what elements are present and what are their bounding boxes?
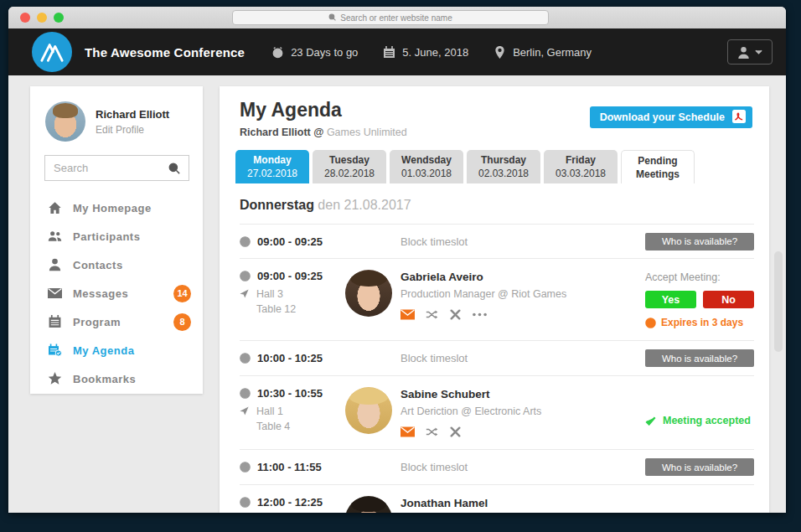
- timeslot-time: 10:00 - 10:25: [257, 352, 323, 364]
- sidebar-item-messages[interactable]: Messages 14: [30, 279, 203, 307]
- meeting-location: Hall 1 Table 4: [240, 405, 345, 432]
- participant-name: Jonathan Hamel: [400, 497, 645, 509]
- meeting-actions: [400, 426, 645, 437]
- search-input[interactable]: [54, 162, 168, 174]
- timeslot-time: 12:00 - 12:25: [257, 496, 323, 509]
- close-action-icon[interactable]: [449, 426, 462, 437]
- clock-icon: [240, 271, 251, 281]
- address-bar[interactable]: Search or enter website name: [232, 10, 549, 25]
- sidebar-nav: My Homepage Participants Contacts Messag…: [30, 194, 203, 393]
- tab-friday[interactable]: Friday 03.03.2018: [544, 150, 618, 183]
- page-subtitle: Richard Elliott @ Games Unlimited: [240, 127, 752, 138]
- timeslot-time: 10:30 - 10:55: [257, 387, 323, 400]
- envelope-action-icon[interactable]: [400, 426, 415, 437]
- countdown: 23 Days to go: [271, 46, 358, 59]
- meeting-location: Hall 3 Table 12: [240, 288, 345, 315]
- tab-thursday[interactable]: Thursday 02.03.2018: [467, 150, 540, 183]
- shuffle-action-icon[interactable]: [426, 426, 438, 437]
- star-icon: [47, 372, 63, 385]
- avatar: [45, 101, 85, 142]
- meeting-actions: [400, 309, 645, 320]
- tab-pending[interactable]: Pending Meetings: [621, 150, 695, 183]
- accept-no-button[interactable]: No: [703, 291, 754, 308]
- main-panel: My Agenda Richard Elliott @ Games Unlimi…: [220, 86, 769, 513]
- hall-label: Hall 3: [256, 288, 296, 300]
- sidebar-item-participants[interactable]: Participants: [30, 222, 203, 251]
- clock-icon: [240, 388, 251, 399]
- clock-icon: [240, 236, 251, 247]
- more-action-icon[interactable]: [473, 312, 487, 317]
- hall-label: Hall 1: [256, 405, 290, 417]
- who-available-button[interactable]: Who is available?: [645, 458, 754, 476]
- sidebar-search: [44, 155, 189, 181]
- avatar: [345, 270, 392, 317]
- table-label: Table 4: [256, 421, 290, 432]
- clock-icon: [240, 462, 251, 473]
- location-arrow-icon: [240, 406, 249, 432]
- app-header: The Awesome Conference 23 Days to go 5. …: [8, 28, 786, 75]
- agenda-row-block: 11:00 - 11:55 Block timeslot Who is avai…: [240, 450, 754, 485]
- browser-window: Search or enter website name The Awesome…: [8, 7, 786, 513]
- browser-chrome: Search or enter website name: [8, 7, 786, 28]
- profile-name: Richard Elliott: [96, 108, 169, 121]
- chevron-down-icon: [755, 49, 762, 54]
- agenda-row-meeting: 12:00 - 12:25 Jonathan Hamel: [240, 485, 754, 513]
- participant-role: Production Manager @ Riot Games: [400, 288, 645, 300]
- sidebar-item-bookmarks[interactable]: Bookmarks: [30, 364, 203, 393]
- day-heading: Donnerstag den 21.08.2017: [220, 183, 769, 224]
- envelope-action-icon[interactable]: [400, 309, 415, 320]
- shuffle-action-icon[interactable]: [426, 309, 438, 320]
- participants-icon: [47, 230, 63, 243]
- timeslot-time: 09:00 - 09:25: [257, 270, 323, 282]
- app-title: The Awesome Conference: [85, 45, 245, 59]
- user-icon: [737, 46, 750, 59]
- expires-label: Expires in 3 days: [645, 317, 754, 328]
- day-tabs: Monday 27.02.2018 Tuesday 28.02.2018 Wen…: [220, 150, 769, 183]
- expire-clock-icon: [645, 318, 656, 328]
- close-window-button[interactable]: [20, 13, 30, 23]
- tab-monday[interactable]: Monday 27.02.2018: [235, 150, 309, 183]
- scrollbar-thumb[interactable]: [774, 251, 783, 352]
- search-icon[interactable]: [168, 163, 180, 174]
- contact-icon: [47, 258, 63, 271]
- sidebar-item-my-agenda[interactable]: My Agenda: [30, 336, 203, 364]
- edit-profile-link[interactable]: Edit Profile: [96, 124, 169, 136]
- sidebar-item-contacts[interactable]: Contacts: [30, 251, 203, 279]
- timeslot-time: 09:00 - 09:25: [257, 235, 323, 248]
- close-action-icon[interactable]: [449, 309, 462, 320]
- accept-meeting-label: Accept Meeting:: [645, 271, 754, 283]
- participant-name: Gabriela Aveiro: [400, 271, 645, 283]
- user-menu-button[interactable]: [727, 39, 773, 65]
- tab-tuesday[interactable]: Tuesday 28.02.2018: [313, 150, 386, 183]
- main-header: My Agenda Richard Elliott @ Games Unlimi…: [220, 86, 769, 138]
- sidebar-item-my-homepage[interactable]: My Homepage: [30, 194, 203, 222]
- agenda-rows: 09:00 - 09:25 Block timeslot Who is avai…: [220, 224, 769, 513]
- who-available-button[interactable]: Who is available?: [645, 349, 754, 367]
- conference-logo-icon[interactable]: [32, 32, 72, 72]
- agenda-row-block: 09:00 - 09:25 Block timeslot Who is avai…: [240, 224, 754, 259]
- conference-location: Berlin, Germany: [494, 46, 592, 59]
- accept-yes-button[interactable]: Yes: [645, 291, 696, 308]
- download-schedule-button[interactable]: Download your Schedule: [590, 106, 752, 128]
- clock-icon: [240, 353, 251, 364]
- avatar: [345, 496, 392, 513]
- check-icon: [645, 416, 656, 426]
- alarm-clock-icon: [271, 46, 284, 59]
- pdf-icon: [732, 110, 746, 126]
- profile-block: Richard Elliott Edit Profile: [30, 86, 203, 142]
- sidebar-item-program[interactable]: Program 8: [30, 307, 203, 336]
- block-timeslot-label: Block timeslot: [400, 461, 468, 473]
- calendar-icon: [383, 46, 395, 59]
- agenda-row-block: 10:00 - 10:25 Block timeslot Who is avai…: [240, 341, 754, 376]
- minimize-window-button[interactable]: [37, 13, 47, 23]
- agenda-row-meeting: 10:30 - 10:55 Hall 1 Table 4 Sabine Schu…: [240, 376, 754, 450]
- who-available-button[interactable]: Who is available?: [645, 233, 754, 251]
- envelope-icon: [47, 287, 63, 300]
- participant-name: Sabine Schubert: [400, 388, 645, 400]
- participant-role: Art Deriction @ Electronic Arts: [400, 405, 645, 417]
- tab-wendsday[interactable]: Wendsday 01.03.2018: [390, 150, 463, 183]
- search-icon: [328, 13, 336, 23]
- sidebar: Richard Elliott Edit Profile My Homepage…: [30, 86, 203, 394]
- zoom-window-button[interactable]: [54, 13, 64, 23]
- page-content: Richard Elliott Edit Profile My Homepage…: [8, 75, 786, 513]
